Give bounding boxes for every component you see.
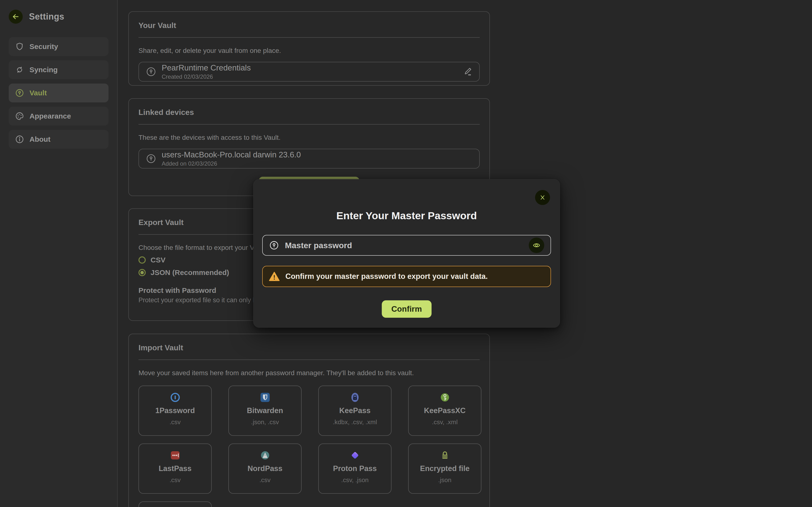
card-description: Share, edit, or delete your vault from o… bbox=[139, 47, 480, 55]
sidebar-item-vault[interactable]: Vault bbox=[9, 83, 108, 102]
edit-vault-button[interactable] bbox=[463, 67, 472, 76]
device-name: users-MacBook-Pro.local darwin 23.6.0 bbox=[162, 150, 301, 159]
vault-name: PearRuntime Credentials bbox=[162, 63, 251, 72]
sidebar-item-label: Vault bbox=[30, 89, 47, 97]
sidebar-item-syncing[interactable]: Syncing bbox=[9, 60, 108, 79]
import-tile-partial[interactable] bbox=[139, 501, 212, 507]
import-tile-encrypted-file[interactable]: Encrypted file .json bbox=[408, 444, 481, 494]
import-tile-1password[interactable]: 1Password .csv bbox=[139, 386, 212, 436]
key-circle-icon bbox=[146, 66, 156, 77]
import-vault-card: Import Vault Move your saved items here … bbox=[128, 334, 490, 507]
warning-banner: Confirm your master password to export y… bbox=[262, 266, 551, 287]
keepass-icon bbox=[349, 392, 361, 403]
import-tile-bitwarden[interactable]: Bitwarden .json, .csv bbox=[229, 386, 302, 436]
device-row: users-MacBook-Pro.local darwin 23.6.0 Ad… bbox=[139, 149, 480, 169]
provider-name: LastPass bbox=[158, 464, 191, 473]
master-password-field bbox=[262, 235, 551, 256]
info-icon bbox=[15, 135, 24, 144]
provider-formats: .json, .csv bbox=[251, 418, 279, 426]
sidebar-item-label: Security bbox=[30, 43, 58, 51]
card-title: Your Vault bbox=[139, 21, 480, 30]
back-arrow-icon bbox=[12, 12, 20, 21]
sidebar-header: Settings bbox=[9, 10, 108, 24]
import-tile-nordpass[interactable]: NordPass .csv bbox=[229, 444, 302, 494]
radio-icon bbox=[139, 257, 146, 264]
key-circle-icon bbox=[269, 240, 279, 250]
sidebar-item-security[interactable]: Security bbox=[9, 37, 108, 56]
sidebar-item-label: About bbox=[30, 135, 51, 144]
sidebar-item-label: Appearance bbox=[30, 112, 71, 120]
back-button[interactable] bbox=[9, 10, 23, 24]
import-tile-proton-pass[interactable]: Proton Pass .csv, .json bbox=[318, 444, 392, 494]
radio-label: CSV bbox=[151, 256, 165, 264]
divider bbox=[139, 37, 480, 38]
import-tile-lastpass[interactable]: LastPass .csv bbox=[139, 444, 212, 494]
provider-formats: .kdbx, .csv, .xml bbox=[333, 418, 377, 426]
your-vault-card: Your Vault Share, edit, or delete your v… bbox=[128, 11, 490, 86]
device-added-date: Added on 02/03/2026 bbox=[162, 160, 301, 167]
sidebar: Settings Security Syncing bbox=[0, 0, 118, 507]
warning-message: Confirm your master password to export y… bbox=[286, 272, 488, 281]
toggle-password-visibility-button[interactable] bbox=[529, 237, 544, 253]
vault-created-date: Created 02/03/2026 bbox=[162, 73, 251, 80]
provider-formats: .csv bbox=[169, 476, 181, 484]
modal-close-button[interactable] bbox=[535, 190, 550, 205]
import-tile-keepassxc[interactable]: KeePassXC .csv, .xml bbox=[408, 386, 481, 436]
keepassxc-icon bbox=[439, 392, 451, 403]
provider-formats: .csv, .json bbox=[341, 476, 369, 484]
proton-pass-icon bbox=[349, 450, 361, 461]
encrypted-file-lock-icon bbox=[439, 450, 451, 461]
1password-icon bbox=[170, 392, 181, 403]
key-circle-icon bbox=[146, 153, 156, 164]
import-provider-grid: 1Password .csv Bitwarden .json, .csv bbox=[139, 386, 480, 507]
provider-name: Proton Pass bbox=[333, 464, 377, 473]
confirm-button[interactable]: Confirm bbox=[382, 300, 432, 318]
master-password-modal: Enter Your Master Password bbox=[253, 179, 560, 328]
radio-selected-icon bbox=[139, 269, 146, 276]
sidebar-item-appearance[interactable]: Appearance bbox=[9, 107, 108, 125]
provider-name: KeePassXC bbox=[424, 406, 465, 415]
provider-formats: .csv, .xml bbox=[432, 418, 457, 426]
radio-label: JSON (Recommended) bbox=[151, 269, 229, 277]
provider-name: 1Password bbox=[155, 406, 195, 415]
divider bbox=[139, 124, 480, 125]
sidebar-nav: Security Syncing Vault bbox=[9, 37, 108, 149]
eye-icon bbox=[532, 241, 541, 249]
provider-name: NordPass bbox=[248, 464, 283, 473]
provider-name: KeePass bbox=[339, 406, 370, 415]
lastpass-icon bbox=[170, 450, 181, 461]
modal-title: Enter Your Master Password bbox=[254, 210, 560, 222]
provider-name: Bitwarden bbox=[247, 406, 283, 415]
card-description: Move your saved items here from another … bbox=[139, 369, 480, 377]
shield-icon bbox=[15, 42, 24, 51]
provider-formats: .csv bbox=[169, 418, 181, 426]
sidebar-item-label: Syncing bbox=[30, 66, 58, 74]
palette-icon bbox=[15, 112, 24, 121]
provider-name: Encrypted file bbox=[420, 464, 469, 473]
nordpass-icon bbox=[260, 450, 271, 461]
provider-formats: .json bbox=[438, 476, 451, 484]
settings-window: Settings Security Syncing bbox=[0, 0, 812, 507]
warning-triangle-icon bbox=[269, 272, 280, 281]
card-title: Import Vault bbox=[139, 343, 480, 352]
page-title: Settings bbox=[29, 12, 64, 22]
card-title: Linked devices bbox=[139, 108, 480, 117]
pencil-icon bbox=[463, 67, 472, 76]
master-password-input[interactable] bbox=[285, 241, 523, 250]
bitwarden-icon bbox=[260, 392, 271, 403]
import-tile-keepass[interactable]: KeePass .kdbx, .csv, .xml bbox=[318, 386, 392, 436]
sidebar-item-about[interactable]: About bbox=[9, 130, 108, 149]
sync-icon bbox=[15, 65, 24, 74]
key-circle-icon bbox=[15, 89, 24, 98]
close-icon bbox=[540, 194, 546, 201]
divider bbox=[139, 359, 480, 360]
vault-row: PearRuntime Credentials Created 02/03/20… bbox=[139, 62, 480, 81]
provider-formats: .csv bbox=[259, 476, 270, 484]
card-description: These are the devices with access to thi… bbox=[139, 134, 480, 142]
